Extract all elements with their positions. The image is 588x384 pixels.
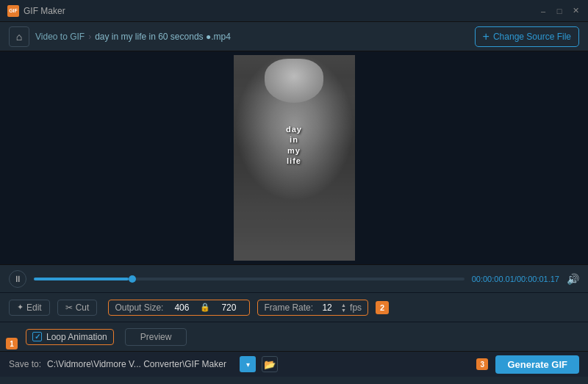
time-display: 00:00:00.01/00:00:01.17 — [472, 275, 559, 283]
progress-bar[interactable] — [34, 278, 465, 280]
save-path-dropdown[interactable]: ▾ — [240, 356, 256, 372]
preview-button[interactable]: Preview — [125, 328, 187, 346]
loop-label: Loop Animation — [46, 332, 107, 342]
maximize-button[interactable]: □ — [554, 6, 564, 16]
title-bar: GIF GIF Maker – □ ✕ — [0, 0, 588, 22]
dropdown-icon: ▾ — [246, 361, 250, 369]
checkbox-indicator: ✓ — [32, 332, 42, 341]
window-controls: – □ ✕ — [538, 6, 581, 16]
edit-button[interactable]: ✦ Edit — [9, 300, 50, 316]
cut-button[interactable]: ✂ Cut — [57, 300, 98, 316]
generate-gif-button[interactable]: Generate GIF — [495, 355, 579, 374]
top-bar: ⌂ Video to GIF › day in my life in 60 se… — [0, 22, 588, 51]
output-size-label: Output Size: — [115, 303, 163, 313]
home-icon: ⌂ — [16, 31, 22, 43]
breadcrumb: Video to GIF › day in my life in 60 seco… — [35, 32, 475, 42]
save-path: C:\Vidmore\Vidmore V... Converter\GIF Ma… — [47, 359, 234, 369]
breadcrumb-sep: › — [88, 32, 91, 42]
breadcrumb-root[interactable]: Video to GIF — [35, 32, 85, 42]
progress-fill — [34, 278, 129, 280]
save-to-label: Save to: — [9, 359, 41, 369]
open-folder-button[interactable]: 📂 — [262, 356, 278, 372]
close-button[interactable]: ✕ — [570, 6, 581, 16]
edit-bar: ✦ Edit ✂ Cut Output Size: 🔒 Frame Rate: … — [0, 292, 588, 322]
cut-label: Cut — [76, 303, 90, 313]
loop-animation-checkbox[interactable]: ✓ Loop Animation — [26, 329, 114, 345]
cut-icon: ✂ — [65, 303, 73, 313]
edit-icon: ✦ — [17, 303, 24, 312]
app-title: GIF Maker — [24, 6, 538, 16]
change-source-label: Change Source File — [493, 32, 571, 42]
check-icon: ✓ — [35, 333, 40, 341]
frame-rate-label: Frame Rate: — [264, 303, 313, 313]
video-overlay-text: day in my life — [286, 125, 302, 167]
plus-icon: + — [483, 30, 490, 43]
step3-badge: 3 — [476, 358, 488, 370]
pause-button[interactable]: ⏸ — [9, 270, 26, 288]
frame-rate-spinner[interactable]: ▲ ▼ — [341, 303, 346, 313]
volume-button[interactable]: 🔊 — [567, 273, 579, 285]
progress-thumb[interactable] — [129, 275, 136, 283]
controls-bar: ⏸ 00:00:00.01/00:00:01.17 🔊 — [0, 264, 588, 292]
pause-icon: ⏸ — [13, 274, 22, 284]
spin-up-icon[interactable]: ▲ — [341, 303, 346, 308]
step1-badge: 1 — [6, 338, 18, 349]
home-button[interactable]: ⌂ — [9, 26, 29, 47]
step2-badge: 2 — [376, 301, 389, 314]
app-icon: GIF — [7, 5, 19, 17]
loop-preview-bar: 1 ✓ Loop Animation Preview — [0, 322, 588, 351]
breadcrumb-file: day in my life in 60 seconds ●.mp4 — [95, 32, 231, 42]
video-area: day in my life — [0, 51, 588, 264]
lock-icon[interactable]: 🔒 — [200, 303, 210, 312]
output-size-group: Output Size: 🔒 — [108, 300, 250, 316]
height-input[interactable] — [214, 303, 243, 313]
fps-label: fps — [350, 303, 362, 313]
spin-down-icon[interactable]: ▼ — [341, 308, 346, 313]
time-current: 00:00:00.01 — [472, 275, 514, 283]
time-total: 00:00:01.17 — [517, 275, 559, 283]
frame-rate-group: Frame Rate: ▲ ▼ fps — [257, 300, 368, 316]
save-bar: Save to: C:\Vidmore\Vidmore V... Convert… — [0, 351, 588, 377]
video-thumbnail: day in my life — [234, 55, 355, 261]
minimize-button[interactable]: – — [538, 6, 548, 16]
generate-gif-label: Generate GIF — [507, 359, 567, 370]
edit-label: Edit — [26, 303, 42, 313]
preview-label: Preview — [140, 332, 172, 342]
width-input[interactable] — [167, 303, 196, 313]
frame-rate-input[interactable] — [317, 303, 337, 313]
folder-icon: 📂 — [264, 359, 276, 370]
change-source-button[interactable]: + Change Source File — [475, 26, 579, 47]
